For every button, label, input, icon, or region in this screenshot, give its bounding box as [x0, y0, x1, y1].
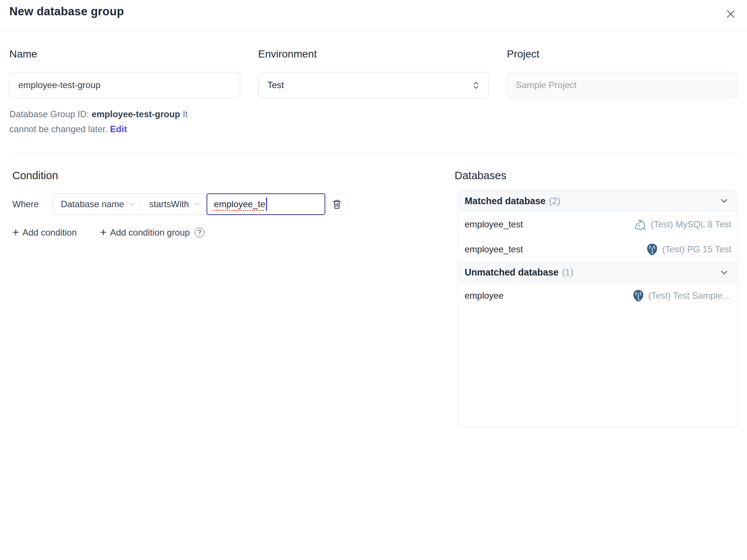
name-label: Name: [9, 48, 240, 60]
unmatched-database-title: Unmatched database: [465, 267, 558, 277]
environment-field-group: Environment Test: [258, 48, 489, 137]
section-divider: [9, 153, 738, 154]
database-instance: (Test) MySQL 8 Test: [633, 218, 731, 230]
chevron-down-icon: [719, 267, 729, 278]
database-name: employee: [465, 290, 503, 301]
database-group-id-hint: Database Group ID: employee-test-group I…: [9, 107, 201, 137]
project-selected-value: Sample Project: [516, 80, 577, 90]
condition-field-value: Database name: [61, 199, 124, 209]
condition-value-text: employee_te: [214, 199, 265, 209]
project-label: Project: [507, 48, 738, 60]
name-input[interactable]: [9, 72, 240, 98]
matched-database-title: Matched database: [465, 196, 546, 206]
chevron-down-icon: [193, 200, 201, 208]
unmatched-database-count: (1): [562, 267, 573, 277]
database-instance-text: (Test) PG 15 Test: [662, 244, 731, 255]
select-up-down-icon: [471, 80, 481, 90]
chevron-down-icon: [128, 200, 136, 208]
condition-row: Where Database name startsWith: [12, 193, 347, 215]
add-condition-group-button[interactable]: + Add condition group: [100, 227, 190, 238]
database-instance-text: (Test) MySQL 8 Test: [651, 219, 731, 230]
dialog-header: New database group: [0, 0, 747, 31]
database-instance: (Test) Test Sample…: [632, 289, 731, 302]
condition-links-row: + Add condition + Add condition group ?: [12, 227, 347, 238]
matched-database-header[interactable]: Matched database(2): [458, 190, 737, 212]
database-row[interactable]: employee_test (Test) MySQL 8 Test: [458, 212, 737, 237]
close-icon: [725, 8, 737, 20]
condition-value-input[interactable]: employee_te: [207, 193, 325, 215]
where-label: Where: [12, 199, 39, 209]
unmatched-database-title-wrap: Unmatched database(1): [465, 267, 573, 278]
condition-section: Condition Where Database name startsWith: [12, 169, 347, 238]
hint-prefix: Database Group ID:: [9, 109, 92, 119]
name-field-group: Name Database Group ID: employee-test-gr…: [9, 48, 240, 137]
database-name: employee_test: [465, 219, 523, 230]
postgresql-icon: [632, 289, 645, 302]
add-condition-button[interactable]: + Add condition: [12, 227, 77, 238]
chevron-down-icon: [719, 196, 729, 206]
close-button[interactable]: [723, 6, 738, 21]
condition-field-dropdown[interactable]: Database name: [53, 194, 142, 215]
project-field-group: Project Sample Project: [507, 48, 738, 137]
help-icon[interactable]: ?: [195, 228, 204, 237]
edit-link[interactable]: Edit: [110, 124, 127, 134]
trash-icon: [331, 199, 342, 210]
databases-panel: Matched database(2) employee_test: [458, 190, 738, 427]
databases-heading: Databases: [455, 169, 738, 182]
environment-select[interactable]: Test: [258, 72, 489, 98]
database-row[interactable]: employee_test (Test) PG 15 Test: [458, 237, 737, 262]
add-condition-group-label: Add condition group: [110, 227, 190, 238]
matched-database-title-wrap: Matched database(2): [465, 196, 560, 206]
condition-expression-group: Database name startsWith: [53, 193, 325, 215]
plus-icon: +: [12, 228, 19, 237]
new-database-group-dialog: New database group Name Database Group I…: [0, 0, 747, 560]
dialog-title: New database group: [9, 5, 124, 18]
database-instance: (Test) PG 15 Test: [646, 243, 731, 256]
postgresql-icon: [646, 243, 658, 256]
unmatched-database-header[interactable]: Unmatched database(1): [458, 262, 737, 283]
matched-database-count: (2): [549, 196, 561, 206]
database-row[interactable]: employee (Test) Test Sample…: [458, 283, 737, 308]
database-instance-text: (Test) Test Sample…: [648, 290, 731, 301]
plus-icon: +: [100, 228, 107, 237]
condition-operator-dropdown[interactable]: startsWith: [142, 194, 207, 215]
text-caret: [266, 197, 267, 211]
database-name: employee_test: [465, 244, 523, 255]
form-row: Name Database Group ID: employee-test-gr…: [9, 48, 738, 137]
databases-section: Databases Matched database(2) employee_t…: [455, 169, 738, 427]
mysql-icon: [633, 218, 647, 230]
condition-heading: Condition: [12, 169, 347, 182]
environment-selected-value: Test: [267, 80, 284, 90]
environment-label: Environment: [258, 48, 489, 60]
condition-operator-value: startsWith: [149, 199, 189, 209]
project-select-disabled: Sample Project: [507, 72, 738, 98]
delete-condition-button[interactable]: [327, 193, 347, 215]
add-condition-label: Add condition: [22, 227, 77, 238]
hint-group-id: employee-test-group: [92, 109, 180, 119]
